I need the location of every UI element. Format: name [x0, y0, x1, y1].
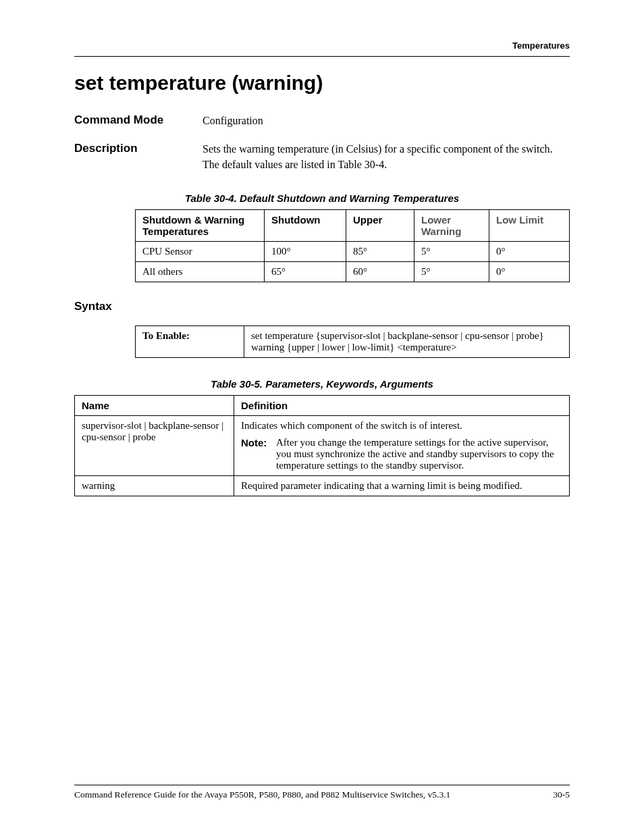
t4-h3: Upper — [346, 210, 414, 242]
footer-right: 30-5 — [553, 789, 570, 800]
description-row: Description Sets the warning temperature… — [74, 142, 570, 172]
t4-r1c2: 100° — [265, 242, 346, 262]
t4-h1: Shutdown & Warning Temperatures — [136, 210, 265, 242]
table-30-5-caption: Table 30-5. Parameters, Keywords, Argume… — [74, 378, 570, 390]
t4-r1c5: 0° — [489, 242, 570, 262]
page-title: set temperature (warning) — [74, 72, 570, 95]
table-row: CPU Sensor 100° 85° 5° 0° — [136, 242, 570, 262]
t4-r2c5: 0° — [489, 262, 570, 282]
t4-r1c1: CPU Sensor — [136, 242, 265, 262]
page-footer: Command Reference Guide for the Avaya P5… — [74, 785, 570, 800]
table-row: All others 65° 60° 5° 0° — [136, 262, 570, 282]
table-row: warning Required parameter indicating th… — [75, 476, 570, 496]
footer-left: Command Reference Guide for the Avaya P5… — [74, 789, 450, 800]
t4-h5: Low Limit — [489, 210, 570, 242]
t4-r2c1: All others — [136, 262, 265, 282]
t4-r1c3: 85° — [346, 242, 414, 262]
t5-r2c2: Required parameter indicating that a war… — [234, 476, 570, 496]
running-header: Temperatures — [74, 41, 570, 51]
t4-h4: Lower Warning — [414, 210, 489, 242]
header-rule — [74, 56, 570, 57]
description-value: Sets the warning temperature (in Celsius… — [203, 142, 570, 172]
t5-h1: Name — [75, 396, 234, 416]
t4-h2: Shutdown — [265, 210, 346, 242]
t4-r2c4: 5° — [414, 262, 489, 282]
description-label: Description — [74, 142, 203, 155]
t4-r1c4: 5° — [414, 242, 489, 262]
table-30-5: Name Definition supervisor-slot | backpl… — [74, 395, 570, 496]
note-block: Note: After you change the temperature s… — [241, 437, 562, 471]
t5-r2c1: warning — [75, 476, 234, 496]
command-mode-row: Command Mode Configuration — [74, 113, 570, 128]
syntax-heading: Syntax — [74, 300, 570, 313]
t5-h2: Definition — [234, 396, 570, 416]
t4-r2c2: 65° — [265, 262, 346, 282]
command-mode-label: Command Mode — [74, 113, 203, 127]
table-30-4: Shutdown & Warning Temperatures Shutdown… — [135, 209, 570, 282]
syntax-enable-text: set temperature {supervisor-slot | backp… — [244, 326, 570, 358]
table-row: supervisor-slot | backplane-sensor | cpu… — [75, 416, 570, 476]
t4-r2c3: 60° — [346, 262, 414, 282]
table-30-4-caption: Table 30-4. Default Shutdown and Warning… — [74, 192, 570, 204]
t5-r1-def: Indicates which component of the switch … — [241, 420, 462, 431]
t5-r1c1: supervisor-slot | backplane-sensor | cpu… — [75, 416, 234, 476]
command-mode-value: Configuration — [203, 113, 570, 128]
syntax-enable-label: To Enable: — [136, 326, 244, 358]
note-text: After you change the temperature setting… — [276, 437, 562, 471]
t5-r1c2: Indicates which component of the switch … — [234, 416, 570, 476]
note-label: Note: — [241, 437, 276, 471]
syntax-table: To Enable: set temperature {supervisor-s… — [135, 325, 570, 358]
footer-rule — [74, 785, 570, 785]
